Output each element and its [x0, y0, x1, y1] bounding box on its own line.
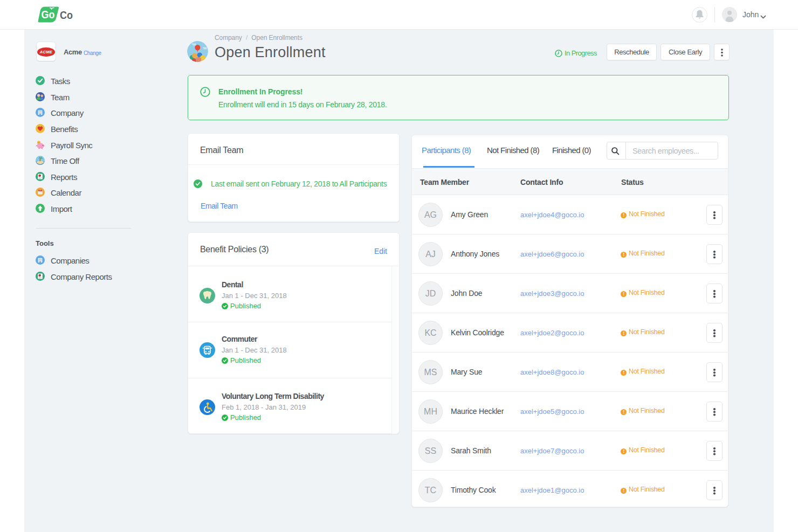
svg-text:Go: Go [42, 8, 55, 20]
svg-text:Co: Co [60, 9, 73, 21]
